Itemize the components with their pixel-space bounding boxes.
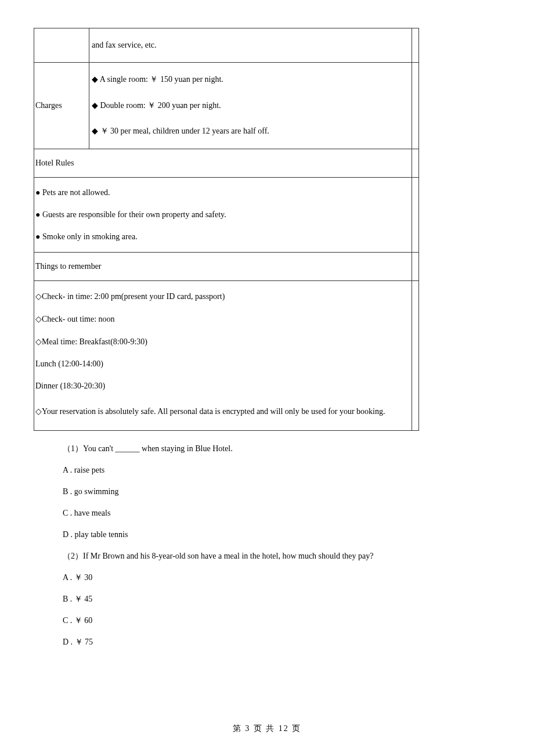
rule-line: ● Pets are not allowed. bbox=[35, 188, 410, 197]
cell-text: and fax service, etc. bbox=[91, 28, 410, 62]
table-row: Things to remember bbox=[34, 252, 419, 280]
charges-content: ◆ A single room: ￥ 150 yuan per night. ◆… bbox=[91, 63, 410, 148]
things-line: ◇Check- out time: noon bbox=[35, 314, 410, 324]
things-header: Things to remember bbox=[34, 252, 412, 280]
questions-block: （1）You can't ______ when staying in Blue… bbox=[34, 442, 500, 648]
option-a: A . ￥ 30 bbox=[63, 571, 500, 584]
option-d: D . play table tennis bbox=[63, 528, 500, 541]
hotel-rules-header: Hotel Rules bbox=[34, 149, 412, 177]
things-line: Dinner (18:30-20:30) bbox=[35, 381, 410, 391]
option-a: A . raise pets bbox=[63, 464, 500, 476]
rule-line: ● Guests are responsible for their own p… bbox=[35, 210, 410, 219]
option-d: D . ￥ 75 bbox=[63, 636, 500, 648]
things-line: ◇Check- in time: 2:00 pm(present your ID… bbox=[35, 291, 410, 301]
table-row: Charges ◆ A single room: ￥ 150 yuan per … bbox=[34, 63, 419, 149]
charge-line: ◆ A single room: ￥ 150 yuan per night. bbox=[92, 73, 409, 86]
question-stem: （2）If Mr Brown and his 8-year-old son ha… bbox=[63, 550, 500, 562]
rule-line: ● Smoke only in smoking area. bbox=[35, 232, 410, 242]
things-line: ◇Meal time: Breakfast(8:00-9:30) bbox=[35, 337, 410, 347]
table-row: ● Pets are not allowed. ● Guests are res… bbox=[34, 177, 419, 252]
things-line: ◇Your reservation is absolutely safe. Al… bbox=[35, 404, 410, 420]
option-c: C . have meals bbox=[63, 507, 500, 519]
info-table: and fax service, etc. Charges ◆ A single… bbox=[34, 28, 419, 431]
table-row: Hotel Rules bbox=[34, 149, 419, 177]
things-line: Lunch (12:00-14:00) bbox=[35, 359, 410, 369]
question-stem: （1）You can't ______ when staying in Blue… bbox=[63, 442, 500, 455]
option-b: B . go swimming bbox=[63, 485, 500, 498]
hotel-rules-content: ● Pets are not allowed. ● Guests are res… bbox=[35, 188, 410, 242]
charge-line: ◆ Double room: ￥ 200 yuan per night. bbox=[92, 99, 409, 112]
charges-label: Charges bbox=[34, 63, 89, 149]
table-row: and fax service, etc. bbox=[34, 28, 419, 63]
charge-line: ◆ ￥ 30 per meal, children under 12 years… bbox=[92, 125, 409, 138]
option-b: B . ￥ 45 bbox=[63, 593, 500, 605]
option-c: C . ￥ 60 bbox=[63, 614, 500, 627]
things-content: ◇Check- in time: 2:00 pm(present your ID… bbox=[35, 291, 410, 420]
page-footer: 第 3 页 共 12 页 bbox=[0, 723, 534, 734]
table-row: ◇Check- in time: 2:00 pm(present your ID… bbox=[34, 280, 419, 430]
